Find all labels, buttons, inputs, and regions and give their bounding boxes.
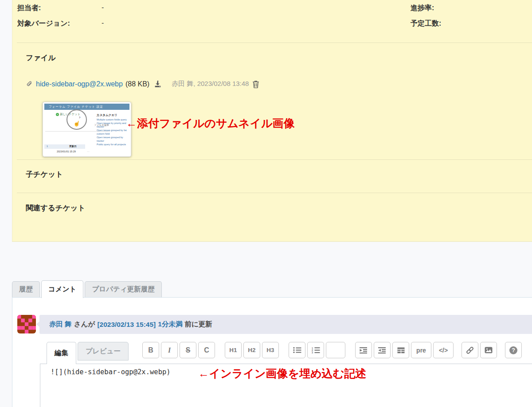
table-button[interactable]: [392, 342, 409, 358]
italic-button[interactable]: I: [161, 342, 178, 358]
thumb-query-title: カスタムクエリ: [97, 113, 129, 117]
thumb-updated-column: 更新日: [69, 145, 77, 148]
download-icon[interactable]: [154, 80, 162, 88]
history-tab-bar: 履歴 コメント プロパティ更新履歴: [12, 280, 163, 298]
thumb-custom-queries: カスタムクエリ Multiple custom fields query Ope…: [97, 113, 129, 147]
bold-button[interactable]: B: [142, 342, 159, 358]
divider: [17, 193, 532, 193]
target-version-label: 対象バージョン:: [17, 19, 70, 28]
estimated-hours-label: 予定工数:: [411, 19, 441, 28]
h1-button[interactable]: H1: [225, 342, 242, 358]
indent-icon: [360, 347, 368, 354]
thumb-page-number: 1: [47, 145, 48, 147]
attachment-size: (88 KB): [125, 80, 149, 88]
help-icon: ?: [509, 346, 517, 354]
numbered-list-button[interactable]: 1 2 3: [307, 342, 324, 358]
inline-image-annotation: ←インライン画像を埋め込む記述: [198, 366, 367, 381]
thumb-query-link: Open issues grouped by list custom field: [97, 129, 129, 136]
comment-textarea[interactable]: ![](hide-sidebar-ogp@2x.webp) ←インライン画像を埋…: [40, 364, 532, 407]
markdown-content: ![](hide-sidebar-ogp@2x.webp): [51, 368, 171, 376]
bullet-list-icon: [293, 347, 301, 353]
link-button[interactable]: [462, 342, 478, 358]
comment-connector: さんが: [74, 320, 95, 329]
h2-button[interactable]: H2: [243, 342, 260, 358]
related-issues-heading: 関連するチケット: [26, 203, 85, 213]
assignee-label: 担当者:: [17, 4, 41, 13]
editor-tab-bar: 編集 プレビュー: [47, 342, 130, 364]
image-button[interactable]: [480, 342, 497, 358]
comment-ago-link[interactable]: 1分未満: [158, 320, 182, 329]
svg-text:3: 3: [312, 351, 313, 354]
target-version-value: -: [102, 19, 104, 27]
blank-button[interactable]: [326, 342, 345, 358]
editor-tab-edit[interactable]: 編集: [47, 342, 76, 364]
tab-comments[interactable]: コメント: [41, 280, 83, 298]
outdent-button[interactable]: [374, 342, 391, 358]
hand-cursor-icon: ☝: [73, 120, 81, 128]
strikethrough-button[interactable]: S: [180, 342, 196, 358]
subtasks-heading: 子チケット: [26, 170, 63, 179]
preformatted-button[interactable]: pre: [411, 342, 431, 358]
trash-icon[interactable]: [252, 80, 259, 88]
indent-button[interactable]: [355, 342, 372, 358]
comment-section: 赤田 舞 さんが [2023/02/13 15:45] 1分未満 前に更新 編集…: [12, 297, 532, 407]
issue-details-panel: 担当者: - 進捗率: 対象バージョン: - 予定工数: ファイル hide-s…: [12, 0, 532, 242]
link-icon: [466, 346, 474, 354]
attachment-author-date: 赤田 舞, 2023/02/08 13:48: [172, 80, 249, 88]
attachment-filename-link[interactable]: hide-sidebar-ogp@2x.webp: [36, 80, 123, 88]
thumb-navbar: フォーラム ファイル チケット 設定: [44, 104, 129, 110]
thumb-updated-value: 2023/01/01 15:29: [57, 150, 76, 153]
thumbnail-screenshot: フォーラム ファイル チケット 設定 +新しいチケット … › ☝ フィルタ追加…: [44, 104, 129, 155]
tab-property-changes[interactable]: プロパティ更新履歴: [85, 281, 161, 297]
attachment-thumbnail[interactable]: フォーラム ファイル チケット 設定 +新しいチケット … › ☝ フィルタ追加…: [43, 102, 131, 157]
comment-action: 前に更新: [184, 320, 212, 329]
code-block-button[interactable]: </>: [433, 342, 454, 358]
numbered-list-icon: 1 2 3: [312, 347, 320, 354]
plus-icon: +: [56, 113, 59, 116]
comment-timestamp-link[interactable]: [2023/02/13 15:45]: [97, 321, 156, 329]
thumbnail-annotation: ←添付ファイルのサムネイル画像: [126, 116, 295, 131]
outdent-icon: [378, 347, 386, 354]
editor-toolbar: B I S C H1 H2 H3 1 2 3: [142, 342, 524, 358]
inline-code-button[interactable]: C: [198, 342, 215, 358]
thumb-query-link: Multiple custom fields query: [97, 118, 129, 122]
progress-label: 進捗率:: [411, 4, 434, 13]
thumb-row-more: …: [87, 150, 90, 152]
files-section-heading: ファイル: [26, 53, 56, 63]
comment-author-link[interactable]: 赤田 舞: [49, 320, 72, 329]
assignee-value: -: [102, 4, 104, 12]
image-icon: [485, 347, 493, 353]
divider: [17, 43, 532, 43]
bullet-list-button[interactable]: [289, 342, 305, 358]
thumb-table-header: [44, 144, 85, 149]
thumb-query-link: Open issues grouped by tracker: [97, 136, 129, 143]
thumb-query-link: Open issues by priority and tracker: [97, 122, 129, 129]
avatar: [17, 315, 36, 333]
comment-header: 赤田 舞 さんが [2023/02/13 15:45] 1分未満 前に更新: [39, 315, 532, 334]
table-icon: [397, 347, 405, 353]
paperclip-icon: [26, 80, 33, 88]
tab-history[interactable]: 履歴: [12, 281, 40, 297]
help-button[interactable]: ?: [505, 342, 522, 358]
attachment-row: hide-sidebar-ogp@2x.webp (88 KB) 赤田 舞, 2…: [26, 80, 259, 88]
editor-tab-preview[interactable]: プレビュー: [78, 342, 129, 360]
divider: [17, 159, 532, 160]
thumb-query-link: Public query for all projects: [97, 143, 129, 147]
h3-button[interactable]: H3: [262, 342, 279, 358]
